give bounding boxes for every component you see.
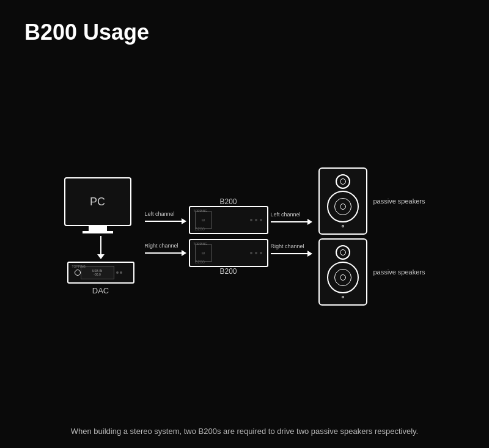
right-left-channel-arrow: Left channel xyxy=(271,211,312,225)
b200-top-model: B200 xyxy=(195,227,205,231)
dac-dot xyxy=(116,271,119,274)
b200-bottom-dots xyxy=(250,252,262,254)
speaker-top-woofer-inner xyxy=(334,198,351,215)
b200-dot6 xyxy=(260,252,262,254)
b200-bottom-display: ⊟ xyxy=(195,244,212,262)
speaker-bottom-tweeter xyxy=(336,245,350,260)
source-column: PC TOPPING USB·IN-00.0 DAC xyxy=(64,177,138,295)
right-right-channel-arrow: Right channel xyxy=(271,243,312,257)
b200-bottom-display-text: ⊟ xyxy=(202,251,205,255)
speaker-bottom-woofer-inner xyxy=(334,269,351,286)
speaker-top-box xyxy=(318,167,367,235)
b200-top-device: TOPPING ⊟ B200 xyxy=(189,206,268,234)
right-channel-arrow-line xyxy=(145,250,186,256)
arrow-h-line4 xyxy=(271,253,307,254)
dac-label: DAC xyxy=(92,286,109,295)
speaker-bottom-woofer xyxy=(327,262,359,293)
arrow-head3 xyxy=(307,219,312,225)
b200-bottom-label: B200 xyxy=(219,267,237,276)
dac-block: TOPPING USB·IN-00.0 DAC xyxy=(67,262,134,295)
dac-screen-text: USB·IN-00.0 xyxy=(92,269,103,276)
speaker-bottom: passive speakers xyxy=(318,238,425,306)
right-channel-label: Right channel xyxy=(145,243,186,249)
speaker-top-dot xyxy=(342,225,344,227)
left-arrows: Left channel Right channel xyxy=(145,211,186,256)
monitor: PC xyxy=(64,177,131,226)
arrow-head-down xyxy=(97,254,105,259)
b200-column: B200 TOPPING ⊟ B200 TOPPING ⊟ xyxy=(189,197,268,276)
arrow-h-line2 xyxy=(145,252,182,254)
b200-top-display: ⊟ xyxy=(195,211,212,229)
speaker-top-woofer-center xyxy=(340,204,346,210)
b200-bottom-model: B200 xyxy=(195,260,205,264)
speaker-bottom-box xyxy=(318,238,367,306)
arrow-h-line xyxy=(145,221,182,222)
right-right-channel-label: Right channel xyxy=(271,243,312,249)
right-left-channel-label: Left channel xyxy=(271,211,312,218)
speaker-top: passive speakers xyxy=(318,167,425,235)
dac-dot2 xyxy=(120,271,122,274)
b200-top-brand: TOPPING xyxy=(194,209,207,213)
right-right-arrow-line xyxy=(271,251,312,257)
monitor-label: PC xyxy=(90,196,105,208)
speaker-bottom-woofer-center xyxy=(340,274,346,281)
b200-dot5 xyxy=(255,252,257,254)
down-arrow xyxy=(97,236,105,259)
right-left-arrow-line xyxy=(271,219,312,225)
left-channel-arrow-line xyxy=(145,218,186,224)
monitor-stand xyxy=(89,226,107,231)
page-title: B200 Usage xyxy=(0,0,489,45)
b200-dot2 xyxy=(255,219,257,221)
left-channel-arrow: Left channel xyxy=(145,211,186,224)
monitor-base xyxy=(83,231,113,233)
b200-bottom: TOPPING ⊟ B200 B200 xyxy=(189,239,268,276)
right-arrows: Left channel Right channel xyxy=(271,211,312,257)
b200-dot3 xyxy=(260,219,262,221)
diagram-area: PC TOPPING USB·IN-00.0 DAC xyxy=(0,79,489,393)
speaker-bottom-dot xyxy=(342,296,344,298)
right-channel-arrow: Right channel xyxy=(145,243,186,256)
arrow-head4 xyxy=(307,251,312,257)
b200-bottom-device: TOPPING ⊟ B200 xyxy=(189,239,268,267)
b200-top-dots xyxy=(250,219,262,221)
footer-text: When building a stereo system, two B200s… xyxy=(0,427,489,436)
left-channel-label: Left channel xyxy=(145,211,186,217)
b200-dot1 xyxy=(250,219,252,221)
speaker-bottom-label: passive speakers xyxy=(373,268,425,276)
b200-bottom-brand: TOPPING xyxy=(194,242,207,246)
speaker-top-tweeter-inner xyxy=(340,178,346,185)
pc-block: PC xyxy=(64,177,131,233)
dac-device: TOPPING USB·IN-00.0 xyxy=(67,262,134,284)
arrow-h-line3 xyxy=(271,221,307,222)
b200-top-display-text: ⊟ xyxy=(202,218,205,222)
dac-knob xyxy=(75,270,81,276)
b200-top: B200 TOPPING ⊟ B200 xyxy=(189,197,268,234)
dac-brand: TOPPING xyxy=(72,265,86,268)
arrow-head xyxy=(182,218,186,224)
arrow-head2 xyxy=(182,250,186,256)
b200-dot4 xyxy=(250,252,252,254)
speaker-top-woofer xyxy=(327,191,359,222)
speaker-bottom-tweeter-inner xyxy=(340,249,346,255)
arrow-line-vertical xyxy=(100,236,101,254)
b200-top-label: B200 xyxy=(219,197,237,206)
speaker-top-tweeter xyxy=(336,174,350,189)
speakers-group: passive speakers passive speakers xyxy=(318,167,425,306)
speaker-top-label: passive speakers xyxy=(373,197,425,205)
